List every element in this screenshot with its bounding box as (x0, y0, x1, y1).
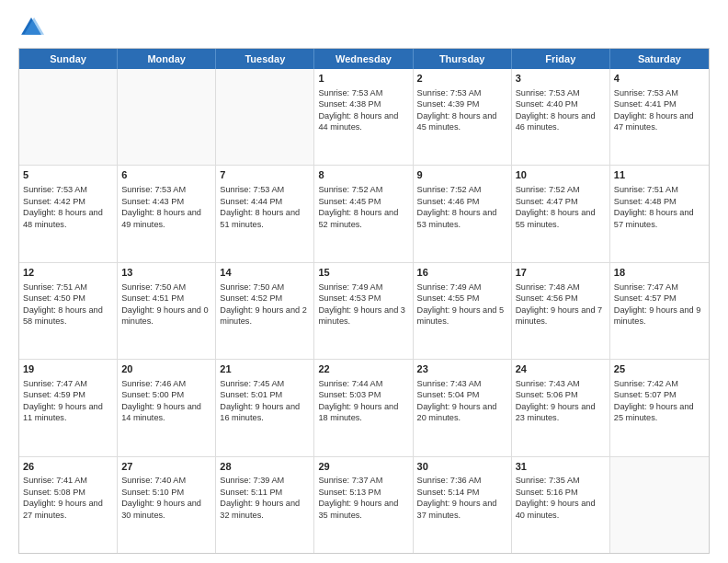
daylight-text: Daylight: 8 hours and 53 minutes. (417, 208, 497, 228)
day-number: 19 (23, 362, 113, 376)
day-number: 18 (614, 266, 705, 280)
day-number: 1 (318, 72, 408, 86)
sunset-text: Sunset: 5:10 PM (121, 488, 184, 497)
calendar-cell: 6Sunrise: 7:53 AMSunset: 4:43 PMDaylight… (118, 166, 216, 261)
sunrise-text: Sunrise: 7:52 AM (318, 185, 382, 194)
daylight-text: Daylight: 8 hours and 58 minutes. (23, 305, 103, 326)
sunrise-text: Sunrise: 7:44 AM (318, 379, 382, 388)
day-number: 15 (318, 266, 408, 280)
calendar-cell: 30Sunrise: 7:36 AMSunset: 5:14 PMDayligh… (414, 457, 512, 553)
sunset-text: Sunset: 4:44 PM (220, 197, 282, 206)
sunrise-text: Sunrise: 7:35 AM (516, 476, 580, 485)
sunset-text: Sunset: 4:59 PM (23, 390, 85, 399)
calendar-cell (216, 69, 314, 165)
calendar-cell: 8Sunrise: 7:52 AMSunset: 4:45 PMDaylight… (314, 166, 413, 261)
day-number: 14 (220, 266, 310, 280)
calendar-cell: 12Sunrise: 7:51 AMSunset: 4:50 PMDayligh… (19, 263, 118, 359)
sunrise-text: Sunrise: 7:47 AM (614, 282, 678, 292)
calendar-cell: 4Sunrise: 7:53 AMSunset: 4:41 PMDaylight… (610, 69, 709, 165)
daylight-text: Daylight: 9 hours and 9 minutes. (614, 305, 701, 326)
sunset-text: Sunset: 5:11 PM (220, 488, 282, 497)
calendar-cell: 2Sunrise: 7:53 AMSunset: 4:39 PMDaylight… (414, 69, 512, 165)
day-number: 29 (318, 460, 408, 474)
daylight-text: Daylight: 8 hours and 55 minutes. (516, 208, 596, 228)
calendar-cell: 20Sunrise: 7:46 AMSunset: 5:00 PMDayligh… (118, 360, 216, 455)
calendar-cell: 27Sunrise: 7:40 AMSunset: 5:10 PMDayligh… (118, 457, 216, 553)
sunrise-text: Sunrise: 7:53 AM (220, 185, 284, 194)
day-number: 20 (121, 362, 211, 376)
daylight-text: Daylight: 8 hours and 52 minutes. (318, 208, 398, 228)
sunset-text: Sunset: 4:57 PM (614, 293, 677, 303)
sunrise-text: Sunrise: 7:41 AM (23, 476, 87, 485)
calendar-cell: 18Sunrise: 7:47 AMSunset: 4:57 PMDayligh… (610, 263, 709, 359)
sunset-text: Sunset: 4:39 PM (417, 99, 480, 109)
sunrise-text: Sunrise: 7:39 AM (220, 476, 284, 485)
calendar-cell: 11Sunrise: 7:51 AMSunset: 4:48 PMDayligh… (610, 166, 709, 261)
calendar-cell: 29Sunrise: 7:37 AMSunset: 5:13 PMDayligh… (314, 457, 413, 553)
day-number: 5 (23, 168, 113, 182)
day-number: 6 (121, 168, 211, 182)
daylight-text: Daylight: 9 hours and 0 minutes. (121, 305, 209, 326)
day-number: 17 (516, 266, 606, 280)
sunset-text: Sunset: 4:46 PM (417, 197, 480, 206)
daylight-text: Daylight: 9 hours and 37 minutes. (417, 499, 497, 519)
daylight-text: Daylight: 9 hours and 2 minutes. (220, 305, 307, 326)
calendar: SundayMondayTuesdayWednesdayThursdayFrid… (18, 48, 710, 554)
sunset-text: Sunset: 4:43 PM (121, 197, 184, 206)
calendar-cell: 10Sunrise: 7:52 AMSunset: 4:47 PMDayligh… (512, 166, 610, 261)
calendar-cell: 7Sunrise: 7:53 AMSunset: 4:44 PMDaylight… (216, 166, 314, 261)
sunset-text: Sunset: 5:06 PM (516, 390, 578, 399)
day-number: 2 (417, 72, 507, 86)
sunset-text: Sunset: 4:51 PM (121, 293, 184, 303)
daylight-text: Daylight: 8 hours and 57 minutes. (614, 208, 694, 228)
sunset-text: Sunset: 4:42 PM (23, 197, 85, 206)
calendar-cell: 28Sunrise: 7:39 AMSunset: 5:11 PMDayligh… (216, 457, 314, 553)
logo-icon (18, 15, 44, 40)
sunrise-text: Sunrise: 7:51 AM (614, 185, 678, 194)
daylight-text: Daylight: 9 hours and 18 minutes. (318, 402, 398, 422)
sunset-text: Sunset: 4:53 PM (318, 293, 381, 303)
calendar-cell: 23Sunrise: 7:43 AMSunset: 5:04 PMDayligh… (414, 360, 512, 455)
day-number: 24 (516, 362, 606, 376)
daylight-text: Daylight: 8 hours and 44 minutes. (318, 111, 398, 132)
sunrise-text: Sunrise: 7:49 AM (417, 282, 482, 292)
day-number: 23 (417, 362, 507, 376)
calendar-cell: 31Sunrise: 7:35 AMSunset: 5:16 PMDayligh… (512, 457, 610, 553)
day-number: 12 (23, 266, 113, 280)
sunset-text: Sunset: 4:41 PM (614, 99, 677, 109)
day-number: 16 (417, 266, 507, 280)
calendar-cell: 15Sunrise: 7:49 AMSunset: 4:53 PMDayligh… (314, 263, 413, 359)
sunset-text: Sunset: 4:52 PM (220, 293, 282, 303)
daylight-text: Daylight: 9 hours and 5 minutes. (417, 305, 505, 326)
daylight-text: Daylight: 8 hours and 48 minutes. (23, 208, 103, 228)
sunset-text: Sunset: 4:55 PM (417, 293, 480, 303)
sunrise-text: Sunrise: 7:36 AM (417, 476, 482, 485)
day-number: 8 (318, 168, 408, 182)
calendar-cell: 16Sunrise: 7:49 AMSunset: 4:55 PMDayligh… (414, 263, 512, 359)
daylight-text: Daylight: 9 hours and 20 minutes. (417, 402, 497, 422)
sunrise-text: Sunrise: 7:52 AM (417, 185, 482, 194)
calendar-cell: 26Sunrise: 7:41 AMSunset: 5:08 PMDayligh… (19, 457, 118, 553)
calendar-body: 1Sunrise: 7:53 AMSunset: 4:38 PMDaylight… (19, 69, 709, 553)
calendar-cell: 21Sunrise: 7:45 AMSunset: 5:01 PMDayligh… (216, 360, 314, 455)
daylight-text: Daylight: 9 hours and 32 minutes. (220, 499, 300, 519)
sunrise-text: Sunrise: 7:53 AM (614, 88, 678, 98)
calendar-cell: 14Sunrise: 7:50 AMSunset: 4:52 PMDayligh… (216, 263, 314, 359)
sunrise-text: Sunrise: 7:53 AM (318, 88, 382, 98)
calendar-cell: 24Sunrise: 7:43 AMSunset: 5:06 PMDayligh… (512, 360, 610, 455)
daylight-text: Daylight: 9 hours and 25 minutes. (614, 402, 694, 422)
calendar-cell: 13Sunrise: 7:50 AMSunset: 4:51 PMDayligh… (118, 263, 216, 359)
sunrise-text: Sunrise: 7:52 AM (516, 185, 580, 194)
daylight-text: Daylight: 8 hours and 46 minutes. (516, 111, 596, 132)
day-number: 27 (121, 460, 211, 474)
day-number: 26 (23, 460, 113, 474)
calendar-cell (118, 69, 216, 165)
sunrise-text: Sunrise: 7:43 AM (417, 379, 482, 388)
daylight-text: Daylight: 9 hours and 40 minutes. (516, 499, 596, 519)
sunset-text: Sunset: 5:07 PM (614, 390, 677, 399)
calendar-cell: 1Sunrise: 7:53 AMSunset: 4:38 PMDaylight… (314, 69, 413, 165)
sunset-text: Sunset: 5:01 PM (220, 390, 282, 399)
day-number: 10 (516, 168, 606, 182)
calendar-cell: 19Sunrise: 7:47 AMSunset: 4:59 PMDayligh… (19, 360, 118, 455)
calendar-header-cell: Wednesday (314, 49, 413, 69)
